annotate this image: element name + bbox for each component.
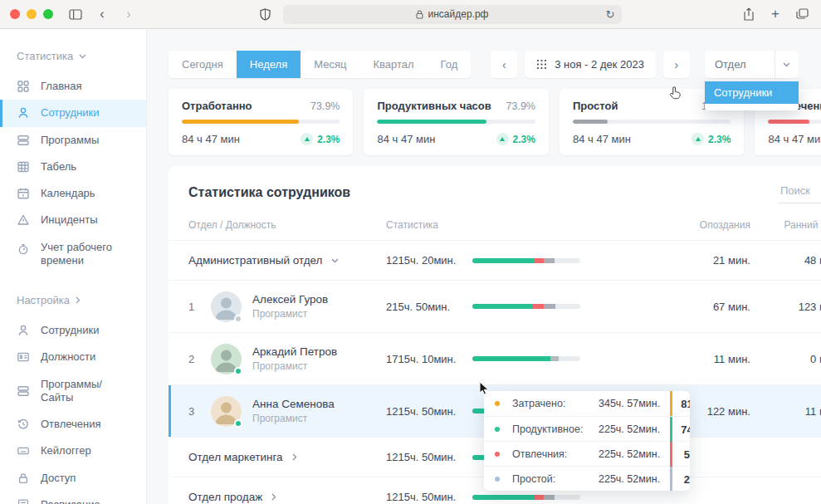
employee-name: Аркадий Петров: [252, 345, 337, 358]
tab-month[interactable]: Месяц: [301, 51, 359, 78]
section-settings-label: Настройка: [17, 294, 70, 306]
sidebar-item-programs-sites[interactable]: Программы/Сайты: [0, 371, 146, 412]
chevron-down-icon: [775, 51, 799, 78]
sidebar-item-positions[interactable]: Должности: [0, 344, 146, 370]
window-controls: [10, 9, 53, 19]
row-number: 3: [188, 405, 211, 418]
early-leave-value: 123 мин.: [750, 301, 821, 313]
card-title: Простой: [573, 100, 618, 112]
share-icon[interactable]: [740, 5, 758, 23]
card-value: 84 ч 47 мин: [377, 133, 435, 145]
sidebar-item-label: Отвлечения: [41, 418, 101, 431]
section-statistics-label: Статистика: [17, 50, 73, 62]
sidebar-item-access[interactable]: Доступ: [0, 465, 146, 492]
calendar-grid-icon: [536, 59, 547, 70]
date-range-label: 3 ноя - 2 дек 2023: [555, 58, 644, 71]
avatar: [211, 344, 242, 374]
search-input[interactable]: [779, 181, 821, 203]
sidebar-item-distractions[interactable]: Отвлечения: [0, 411, 146, 438]
red-dot-icon: [495, 452, 500, 457]
screen: ‹ › инсайдер.рф ↻ + Статистика: [0, 0, 821, 504]
browser-chrome: ‹ › инсайдер.рф ↻ +: [0, 0, 821, 29]
sidebar-item-label: Учет рабочего времени: [41, 241, 132, 268]
tooltip-row-distractions: Отвлечния: 225ч. 52мин. 5%: [484, 441, 690, 466]
tab-today[interactable]: Сегодня: [169, 51, 237, 78]
employee-role: Програмист: [252, 360, 337, 372]
dropdown-item-employees[interactable]: Сотрудники: [705, 81, 799, 104]
sidebar-item-calendar[interactable]: Календарь: [0, 180, 146, 207]
activity-tooltip: Затрачено: 345ч. 57мин. 81% Продуктивное…: [484, 391, 690, 491]
reload-icon[interactable]: ↻: [606, 8, 615, 21]
early-leave-value: 11 мин.: [750, 405, 821, 418]
tab-year[interactable]: Год: [428, 51, 472, 78]
table-title: Статистика сотрудников: [188, 185, 350, 200]
sidebar-item-label: Сотрудники: [41, 106, 99, 120]
sidebar-item-label: Программы: [41, 134, 99, 147]
activity-bar[interactable]: [472, 495, 580, 500]
sidebar-item-label: Инциденты: [41, 213, 98, 227]
sidebar: Статистика Главная Сотрудники Программы …: [0, 29, 147, 504]
filter-select[interactable]: Отдел Сотрудники: [705, 51, 799, 78]
sidebar-item-timesheet[interactable]: Табель: [0, 154, 146, 180]
green-dot-icon: [495, 427, 500, 432]
shield-icon[interactable]: [257, 5, 275, 23]
sidebar-section-statistics[interactable]: Статистика: [0, 50, 146, 62]
progress-bar: [377, 120, 535, 124]
new-tab-button[interactable]: +: [766, 5, 784, 23]
sidebar-toggle-icon[interactable]: [66, 5, 85, 23]
apps-icon: [17, 134, 30, 147]
sidebar-item-programs[interactable]: Программы: [0, 127, 146, 154]
tooltip-row-productive: Продуктивное: 225ч. 52мин. 74%: [484, 416, 690, 441]
back-button[interactable]: ‹: [93, 5, 111, 23]
sidebar-item-schedule[interactable]: Расписание: [0, 492, 146, 504]
sidebar-item-employees[interactable]: Сотрудники: [0, 100, 146, 126]
col-early-leave: Ранний уход: [750, 219, 821, 231]
calendar-icon: [17, 187, 30, 200]
period-tabs: Сегодня Неделя Месяц Квартал Год: [169, 51, 471, 78]
document-list-icon: [17, 498, 30, 504]
sidebar-section-settings[interactable]: Настройка: [0, 294, 146, 306]
late-value: 21 мин.: [597, 254, 750, 267]
change-badge: 2.3%: [691, 133, 731, 145]
close-window-button[interactable]: [10, 9, 20, 19]
activity-bar[interactable]: [472, 258, 580, 263]
address-bar[interactable]: инсайдер.рф ↻: [283, 5, 622, 24]
arrow-up-icon: [496, 133, 509, 145]
arrow-up-icon: [691, 133, 704, 145]
minimize-window-button[interactable]: [27, 9, 37, 19]
date-range-button[interactable]: 3 ноя - 2 дек 2023: [525, 51, 656, 78]
card-title: Продуктивных часов: [377, 100, 491, 112]
stat-value: 215ч. 50мин.: [386, 301, 472, 313]
late-value: 11 мин.: [597, 353, 750, 365]
sidebar-item-main[interactable]: Главная: [0, 73, 146, 100]
blue-dot-icon: [495, 477, 500, 482]
tab-week[interactable]: Неделя: [237, 51, 301, 78]
stat-value: 1215ч. 50мин.: [386, 405, 472, 418]
keyboard-icon: [17, 444, 30, 458]
arrow-up-icon: [301, 133, 313, 145]
employee-row[interactable]: 1 Алексей Гуров Програмист 215ч. 50мин.: [169, 280, 821, 332]
zoom-window-button[interactable]: [43, 9, 53, 19]
activity-bar[interactable]: [472, 304, 580, 309]
sidebar-item-incidents[interactable]: Инциденты: [0, 207, 146, 233]
sidebar-item-label: Программы/Сайты: [41, 378, 134, 405]
card-value: 84 ч 47 мин: [768, 133, 821, 145]
change-badge: 2.3%: [301, 133, 340, 145]
sidebar-item-work-time[interactable]: Учет рабочего времени: [0, 234, 146, 275]
warning-icon: [17, 213, 30, 227]
sidebar-item-keylogger[interactable]: Кейлоггер: [0, 438, 146, 464]
early-leave-value: 0 мин.: [750, 353, 821, 365]
employee-row[interactable]: 2 Аркадий Петров Програмист 1715ч. 10мин…: [169, 332, 821, 384]
tab-quarter[interactable]: Квартал: [359, 51, 427, 78]
sidebar-item-settings-employees[interactable]: Сотрудники: [0, 317, 146, 344]
filter-dropdown: Сотрудники: [705, 81, 799, 110]
prev-period-button[interactable]: ‹: [491, 51, 517, 78]
next-period-button[interactable]: ›: [663, 51, 690, 78]
tabs-overview-icon[interactable]: [793, 5, 811, 23]
department-row[interactable]: Административный отдел 1215ч. 20мин. 21 …: [169, 240, 821, 280]
forward-button[interactable]: ›: [120, 5, 138, 23]
activity-bar[interactable]: [472, 356, 580, 361]
stat-value: 1715ч. 10мин.: [386, 353, 472, 365]
apps-icon: [17, 384, 30, 398]
table-icon: [17, 160, 30, 174]
